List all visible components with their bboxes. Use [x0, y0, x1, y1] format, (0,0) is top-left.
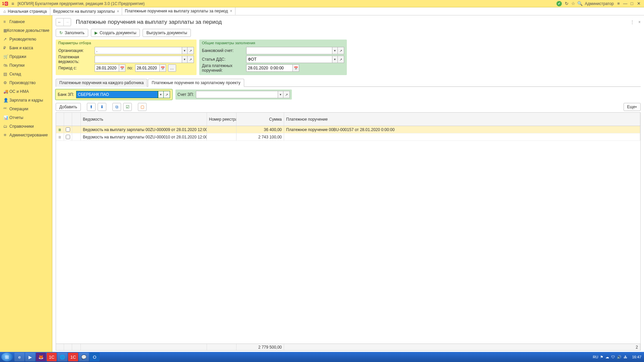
taskbar-app[interactable]: 💬 [79, 353, 89, 361]
close-icon[interactable]: ✕ [635, 1, 642, 6]
date-from-input[interactable] [95, 64, 119, 72]
org-input[interactable] [95, 47, 182, 54]
calendar-icon[interactable]: 📅 [292, 64, 299, 72]
tray-clock[interactable]: 16:47 [632, 355, 641, 359]
search-icon[interactable]: 🔍 [577, 1, 583, 6]
open-icon[interactable]: ↗ [163, 91, 170, 98]
sidebar-item-salary[interactable]: 👤Зарплата и кадры [0, 96, 52, 105]
sidebar-item-warehouse[interactable]: ▤Склад [0, 70, 52, 78]
date-to-input[interactable] [135, 64, 159, 72]
hamburger-icon[interactable]: ≡ [10, 1, 15, 6]
taskbar-app[interactable]: 🦊 [36, 353, 46, 361]
cell-sum: 36 400,00 [236, 126, 284, 133]
col-payment-order[interactable]: Платежное поручение [284, 113, 640, 126]
dropdown-icon[interactable]: ▾ [332, 56, 337, 63]
dropdown-icon[interactable]: ▾ [278, 91, 283, 98]
history-icon[interactable]: ↻ [563, 1, 570, 6]
dds-input[interactable] [246, 56, 332, 63]
subtab-salary-project[interactable]: Платежные поручения по зарплатному проек… [148, 79, 244, 87]
create-docs-button[interactable]: ▶Создать документы [91, 29, 140, 37]
taskbar-app[interactable]: e [14, 353, 24, 361]
open-icon[interactable]: ↗ [337, 56, 344, 63]
subtab-per-worker[interactable]: Платежные поручения на каждого работника [56, 79, 147, 87]
page-close-icon[interactable]: × [638, 20, 641, 24]
dropdown-icon[interactable]: ▾ [332, 47, 337, 54]
docdate-input[interactable] [246, 64, 292, 72]
settings-icon[interactable]: ≡ [615, 1, 622, 6]
taskbar-app[interactable]: 1C [47, 353, 57, 361]
table-row[interactable]: 🗎 Ведомость на выплату зарплаты 00ZU-000… [56, 126, 640, 133]
sidebar-item-sales[interactable]: 🛒Продажи [0, 52, 52, 61]
back-button[interactable]: ← [56, 18, 63, 26]
col-registry[interactable]: Номер реестра [207, 113, 236, 126]
start-button[interactable]: ⊞ [1, 353, 13, 361]
tray-lang[interactable]: RU [593, 355, 598, 359]
page-menu-icon[interactable]: ⋮ [630, 20, 634, 24]
sidebar-item-reference[interactable]: 🗂Справочники [0, 122, 52, 131]
col-sum[interactable]: Сумма [236, 113, 284, 126]
bank-account-input[interactable] [246, 47, 332, 54]
select-all-button[interactable]: ☑ [123, 103, 132, 111]
tray-icon[interactable]: 🔊 [617, 355, 622, 359]
restore-icon[interactable]: □ [629, 1, 635, 6]
favorite-icon[interactable]: ☆ [570, 1, 577, 6]
forward-button[interactable]: → [63, 18, 71, 26]
sidebar-item-bank[interactable]: ₽Банк и касса [0, 44, 52, 52]
open-icon[interactable]: ↗ [187, 56, 194, 63]
minimize-icon[interactable]: — [622, 1, 629, 6]
sidebar-item-reports[interactable]: 📊Отчеты [0, 113, 52, 122]
dropdown-icon[interactable]: ▾ [158, 91, 163, 98]
system-tray[interactable]: RU ⚑ ☁ 🛡 🔊 🖧 16:47 [593, 355, 643, 359]
tray-icon[interactable]: 🖧 [624, 355, 627, 359]
row-checkbox[interactable] [66, 135, 70, 139]
export-docs-button[interactable]: Выгрузить документы [143, 29, 191, 37]
add-button[interactable]: Добавить [56, 103, 81, 111]
tray-icon[interactable]: ⚑ [600, 355, 603, 359]
sidebar-item-os[interactable]: 🚚ОС и НМА [0, 87, 52, 96]
sidebar-item-operations[interactable]: ᴬᴷОперации [0, 105, 52, 113]
dropdown-icon[interactable]: ▾ [182, 47, 187, 54]
sidebar-item-main[interactable]: ≡Главное [0, 17, 52, 26]
notification-icon[interactable]: ✔ [556, 1, 562, 6]
taskbar-app[interactable]: 1C [68, 353, 78, 361]
period-picker-button[interactable]: … [168, 64, 176, 72]
fill-button[interactable]: ↻Заполнить [56, 29, 88, 37]
move-up-button[interactable]: ⬆ [87, 103, 96, 111]
move-down-button[interactable]: ⬇ [98, 103, 106, 111]
tab-vedomosti-label: Ведомости на выплату зарплаты [53, 9, 115, 14]
table-row[interactable]: 🗎 Ведомость на выплату зарплаты 00ZU-000… [56, 133, 640, 141]
tray-icon[interactable]: ☁ [605, 355, 609, 359]
tab-payments[interactable]: Платежные поручения на выплату зарплаты … [122, 7, 235, 15]
copy-button[interactable]: ⧉ [112, 103, 121, 111]
tab-close-icon[interactable]: × [117, 9, 119, 14]
more-button[interactable]: Еще [624, 103, 641, 111]
tab-home[interactable]: ⌂ Начальная страница [0, 7, 50, 15]
account-zp-input[interactable] [196, 91, 278, 98]
configure-button[interactable]: ▢ [138, 103, 147, 111]
tab-close-icon[interactable]: × [230, 9, 232, 13]
more-button-label: Еще [627, 105, 635, 109]
tray-icon[interactable]: 🛡 [611, 355, 615, 359]
sidebar-item-purchases[interactable]: 🛍Покупки [0, 61, 52, 70]
calendar-icon[interactable]: 📅 [159, 64, 166, 72]
subtab-label: Платежные поручения на каждого работника [59, 80, 144, 85]
sidebar-item-production[interactable]: ⚙Производство [0, 78, 52, 87]
sidebar-item-admin[interactable]: ✳Администрирование [0, 131, 52, 139]
sidebar-item-director[interactable]: ↗Руководителю [0, 35, 52, 44]
taskbar-app[interactable]: O [90, 353, 100, 361]
open-icon[interactable]: ↗ [283, 91, 290, 98]
row-checkbox[interactable] [66, 127, 70, 132]
dropdown-icon[interactable]: ▾ [182, 56, 187, 63]
col-vedomost[interactable]: Ведомость [81, 113, 207, 126]
sidebar-item-kotlovoe[interactable]: ▦Котловое довольствие [0, 26, 52, 35]
taskbar-app[interactable]: 🌐 [57, 353, 67, 361]
calendar-icon[interactable]: 📅 [119, 64, 125, 72]
tab-vedomosti[interactable]: Ведомости на выплату зарплаты × [50, 7, 122, 15]
user-label[interactable]: Администратор [585, 1, 614, 6]
open-icon[interactable]: ↗ [337, 47, 344, 54]
vedomost-input[interactable] [95, 56, 182, 63]
open-icon[interactable]: ↗ [187, 47, 194, 54]
sidebar-item-label: Котловое довольствие [7, 28, 49, 33]
bank-zp-input[interactable] [76, 91, 158, 98]
taskbar-app[interactable]: ▶ [25, 353, 35, 361]
